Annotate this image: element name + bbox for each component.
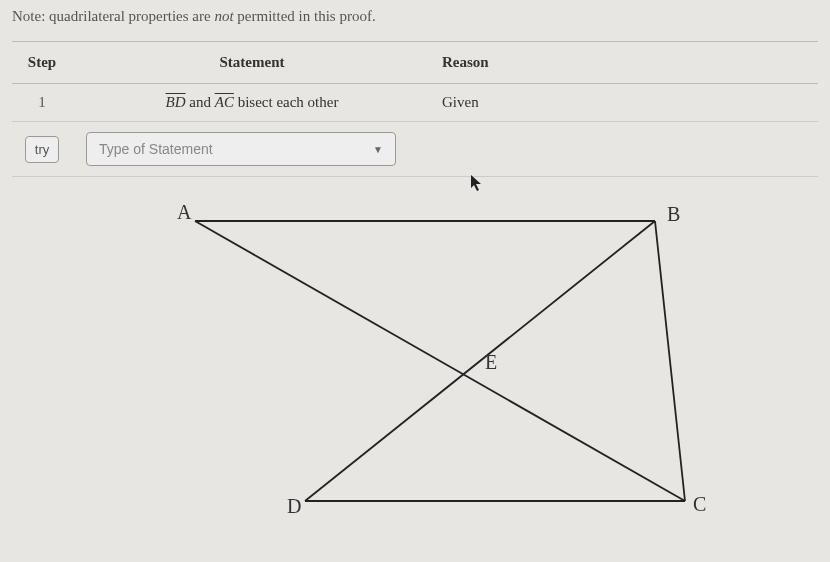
note-suffix: permitted in this proof. [234,8,376,24]
table-row: 1 BD and AC bisect each other Given [12,84,818,122]
stmt-mid: and [186,94,215,110]
proof-note: Note: quadrilateral properties are not p… [12,8,818,25]
header-reason: Reason [432,42,818,84]
table-row: try Type of Statement ▼ [12,122,818,177]
note-prefix: Note: quadrilateral properties are [12,8,214,24]
line-bd [305,221,655,501]
chevron-down-icon: ▼ [373,144,383,155]
type-statement-cell: Type of Statement ▼ [72,122,432,177]
try-button[interactable]: try [25,136,59,163]
header-statement: Statement [72,42,432,84]
line-cb [655,221,685,501]
statement-cell: BD and AC bisect each other [72,84,432,122]
line-ac [195,221,685,501]
segment-ac: AC [215,94,234,110]
geometry-diagram: A B C D E [12,191,818,535]
proof-table: Step Statement Reason 1 BD and AC bisect… [12,41,818,177]
try-cell: try [12,122,72,177]
point-label-e: E [485,351,497,373]
note-emph: not [214,8,233,24]
point-label-b: B [667,203,680,225]
type-of-statement-select[interactable]: Type of Statement ▼ [86,132,396,166]
segment-bd: BD [166,94,186,110]
table-header-row: Step Statement Reason [12,42,818,84]
stmt-tail: bisect each other [234,94,339,110]
reason-cell-empty [432,122,818,177]
point-label-a: A [177,201,192,223]
type-placeholder: Type of Statement [99,141,213,157]
header-step: Step [12,42,72,84]
step-number: 1 [12,84,72,122]
point-label-d: D [287,495,301,517]
point-label-c: C [693,493,706,515]
reason-cell: Given [432,84,818,122]
